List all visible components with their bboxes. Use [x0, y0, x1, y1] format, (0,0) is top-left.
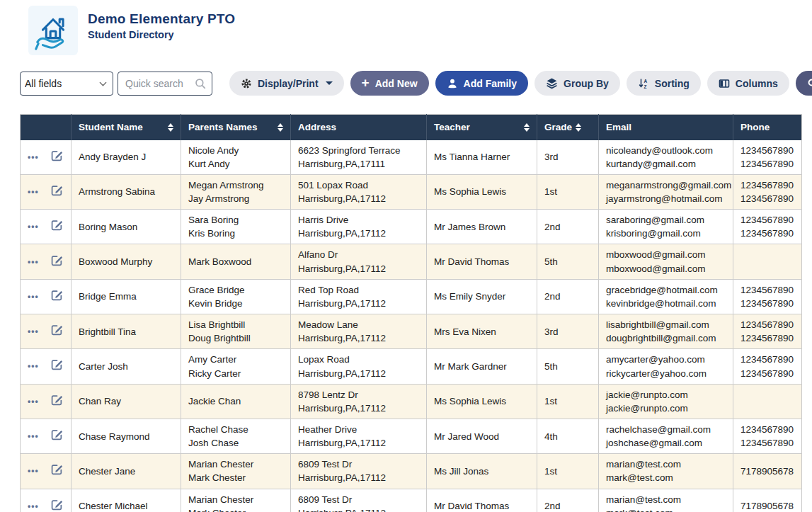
columns-icon	[719, 78, 730, 89]
table-row: ••• Chester Michael Marian ChesterMark C…	[21, 489, 802, 512]
parents-names-cell: Megan ArmstrongJay Armstrong	[181, 174, 291, 209]
address-cell: Lopax RoadHarrisburg,PA,17112	[291, 349, 427, 384]
table-header: Student Name Parents Names Address Teach…	[21, 115, 802, 140]
student-name-cell: Chan Ray	[72, 384, 181, 419]
table-row: ••• Boring Mason Sara BoringKris Boring …	[21, 210, 802, 244]
parents-names-cell: Nicole AndyKurt Andy	[181, 140, 291, 175]
grade-cell: 2nd	[537, 279, 599, 314]
search-icon	[807, 78, 812, 89]
app-header: Demo Elementary PTO Student Directory	[0, 0, 812, 55]
student-name-cell: Andy Brayden J	[72, 140, 181, 175]
row-menu-icon[interactable]: •••	[28, 222, 39, 232]
display-print-button[interactable]: Display/Print	[229, 71, 344, 96]
student-directory-table: Student Name Parents Names Address Teach…	[20, 114, 802, 512]
app-logo	[28, 6, 78, 55]
row-menu-icon[interactable]: •••	[28, 431, 39, 441]
row-actions-cell: •••	[21, 419, 72, 454]
row-actions-cell: •••	[21, 174, 72, 209]
column-header-phone: Phone	[733, 115, 802, 140]
address-cell: 6809 Test DrHarrisburg,PA,17112	[291, 489, 427, 512]
toolbar: All fields Display/Print + Add New Add F…	[20, 71, 812, 96]
table-row: ••• Chester Jane Marian ChesterMark Ches…	[21, 454, 802, 489]
parents-names-cell: Rachel ChaseJosh Chase	[181, 419, 291, 454]
email-cell: meganarmstrong@gmail.comjayarmstrong@hot…	[599, 174, 733, 209]
column-header-parents-names[interactable]: Parents Names	[181, 115, 291, 140]
grade-cell: 1st	[537, 384, 599, 419]
grade-cell: 1st	[537, 174, 599, 209]
table-row: ••• Boxwood Murphy Mark Boxwood Alfano D…	[21, 244, 802, 279]
row-menu-icon[interactable]: •••	[28, 326, 39, 336]
sorting-button[interactable]: A Z Sorting	[627, 71, 701, 96]
row-actions-cell: •••	[21, 489, 72, 512]
address-cell: Heather DriveHarrisburg,PA,17112	[291, 419, 427, 454]
edit-row-icon[interactable]	[51, 499, 63, 512]
teacher-cell: Mr James Brown	[427, 210, 537, 244]
column-header-student-name[interactable]: Student Name	[72, 115, 181, 140]
row-menu-icon[interactable]: •••	[28, 291, 39, 301]
phone-cell: 12345678901234567890	[733, 419, 802, 454]
row-menu-icon[interactable]: •••	[28, 361, 39, 371]
parents-names-cell: Amy CarterRicky Carter	[181, 349, 291, 384]
search-button[interactable]: Search	[796, 71, 812, 96]
sort-icon[interactable]	[278, 123, 283, 132]
phone-cell: 12345678901234567890	[733, 279, 802, 314]
edit-row-icon[interactable]	[51, 394, 63, 409]
row-menu-icon[interactable]: •••	[28, 186, 39, 196]
directory-table-body: ••• Andy Brayden J Nicole AndyKurt Andy …	[21, 140, 802, 512]
email-cell: marian@test.commark@test.com	[599, 489, 733, 512]
add-family-button[interactable]: Add Family	[435, 71, 528, 96]
edit-row-icon[interactable]	[51, 184, 63, 200]
edit-row-icon[interactable]	[51, 254, 63, 270]
layers-icon	[546, 77, 558, 89]
column-header-address: Address	[291, 115, 427, 140]
teacher-cell: Ms Tianna Harner	[427, 140, 537, 175]
sort-icon[interactable]	[168, 123, 173, 132]
student-name-cell: Boxwood Murphy	[72, 244, 181, 279]
group-by-button[interactable]: Group By	[534, 71, 620, 96]
row-menu-icon[interactable]: •••	[28, 466, 39, 476]
row-menu-icon[interactable]: •••	[28, 396, 39, 406]
add-new-button[interactable]: + Add New	[350, 71, 429, 96]
edit-row-icon[interactable]	[51, 463, 63, 479]
table-row: ••• Bridge Emma Grace BridgeKevin Bridge…	[21, 279, 802, 314]
sort-icon[interactable]	[524, 123, 530, 132]
edit-row-icon[interactable]	[51, 149, 63, 165]
edit-row-icon[interactable]	[51, 358, 63, 374]
grade-cell: 5th	[537, 349, 599, 384]
column-header-grade[interactable]: Grade	[537, 115, 599, 140]
row-actions-cell: •••	[21, 244, 72, 279]
table-row: ••• Chan Ray Jackie Chan 8798 Lentz DrHa…	[21, 384, 802, 419]
edit-row-icon[interactable]	[51, 219, 63, 234]
caret-down-icon	[326, 81, 333, 85]
grade-cell: 4th	[537, 419, 599, 454]
teacher-cell: Mr David Thomas	[427, 244, 537, 279]
sort-icon[interactable]	[576, 123, 581, 132]
row-menu-icon[interactable]: •••	[28, 256, 39, 266]
address-cell: Red Top RoadHarrisburg,PA,17112	[291, 279, 427, 314]
columns-label: Columns	[736, 78, 778, 89]
teacher-cell: Ms Jill Jonas	[427, 454, 537, 489]
column-label: Address	[298, 122, 336, 132]
row-actions-cell: •••	[21, 454, 72, 489]
table-header-row: Student Name Parents Names Address Teach…	[21, 115, 802, 140]
search-field-select[interactable]: All fields	[20, 72, 113, 96]
row-actions-cell: •••	[21, 384, 72, 419]
parents-names-cell: Jackie Chan	[181, 384, 291, 419]
phone-cell: 12345678901234567890	[733, 174, 802, 209]
columns-button[interactable]: Columns	[707, 71, 789, 96]
table-row: ••• Andy Brayden J Nicole AndyKurt Andy …	[21, 140, 802, 175]
row-menu-icon[interactable]: •••	[28, 501, 39, 511]
address-cell: Meadow LaneHarrisburg,PA,17112	[291, 314, 427, 349]
phone-cell: 12345678901234567890	[733, 314, 802, 349]
edit-row-icon[interactable]	[51, 428, 63, 444]
column-header-email: Email	[599, 115, 733, 140]
row-menu-icon[interactable]: •••	[28, 152, 39, 161]
row-actions-cell: •••	[21, 349, 72, 384]
column-label: Parents Names	[188, 122, 258, 132]
edit-row-icon[interactable]	[51, 324, 63, 339]
edit-row-icon[interactable]	[51, 289, 63, 305]
phone-cell: 7178905678	[733, 454, 802, 489]
column-header-teacher[interactable]: Teacher	[427, 115, 537, 140]
address-cell: Alfano DrHarrisburg,PA,17112	[291, 244, 427, 279]
column-label: Grade	[544, 122, 572, 132]
